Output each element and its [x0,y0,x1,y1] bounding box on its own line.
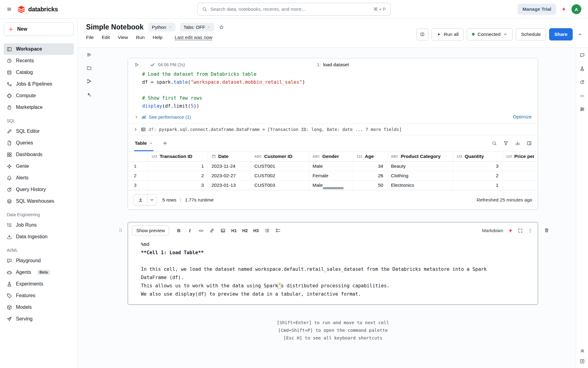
sidebar-item-query-history[interactable]: Query History [4,184,74,195]
h2-button[interactable]: H2 [240,226,250,236]
layout-panes-button[interactable] [416,28,428,40]
sidebar-item-workspace[interactable]: Workspace [4,43,74,55]
chart-cols-button[interactable] [515,141,520,146]
show-preview-button[interactable]: Show preview [132,225,169,236]
collapse-header-button[interactable] [578,32,582,37]
favorite-button[interactable] [219,25,224,30]
flask-button[interactable] [580,66,585,71]
menu-run[interactable]: Run [136,35,145,40]
sidebar-item-jobs-pipelines[interactable]: Jobs & Pipelines [4,78,74,90]
databricks-logo[interactable]: databricks [17,5,58,13]
inline-code-button[interactable]: <> [196,226,206,236]
markdown-editor[interactable]: %md**Cell 1: Load Table** In this cell, … [128,237,538,305]
sidebar-item-catalog[interactable]: Catalog [4,67,74,78]
funnel-button[interactable] [503,141,508,146]
image-button[interactable] [218,226,228,236]
bullet-list-button[interactable] [262,226,272,236]
h3-button[interactable]: H3 [251,226,261,236]
sliders-button[interactable] [580,107,585,112]
assistant-button[interactable] [87,92,92,97]
run-all-button[interactable]: Run all [432,28,464,40]
run-cell-button[interactable] [134,62,139,67]
sidebar-item-genie[interactable]: Genie [4,160,74,172]
chevron-right-icon[interactable] [134,115,138,119]
sidebar-item-serving[interactable]: Serving [4,313,74,325]
cell-menu-button[interactable] [528,228,533,233]
horizontal-scrollbar[interactable] [323,187,344,189]
manage-trial-button[interactable]: Manage Trial [518,4,556,15]
sidebar-item-alerts[interactable]: Alerts [4,172,74,184]
toc-button[interactable] [87,52,92,57]
chevron-right-icon[interactable] [133,127,138,132]
cluster-connect-dropdown[interactable]: Connected [467,28,513,40]
expand-cell-button[interactable] [518,228,523,233]
export-button[interactable] [580,359,585,364]
download-options-button[interactable] [147,194,156,205]
bold-button[interactable]: B [174,226,184,236]
share-button[interactable]: Share [549,28,573,40]
global-search[interactable]: ⌘ + P [197,3,391,16]
download-icon [138,197,143,202]
sidebar-item-sql-editor[interactable]: SQL Editor [4,125,74,137]
schedule-button[interactable]: Schedule [516,28,546,40]
column-header-price-per-unit[interactable]: 123Price per Unit [502,151,538,162]
link-button[interactable] [207,226,217,236]
drag-handle[interactable] [118,228,123,233]
menu-edit[interactable]: Edit [102,35,110,40]
sidebar-item-models[interactable]: Models [4,301,74,313]
cell-mode-label[interactable]: Markdown [482,228,503,233]
sidebar-item-compute[interactable]: Compute [4,90,74,102]
italic-button[interactable]: I [185,226,195,236]
history-button[interactable] [580,80,585,85]
search-button[interactable] [492,141,497,146]
download-button[interactable] [134,194,147,205]
dataframe-result-row[interactable]: df: pyspark.sql.connect.dataframe.DataFr… [128,124,538,135]
sidebar-item-agents[interactable]: AgentsBeta [4,266,74,278]
sidebar-item-experiments[interactable]: Experiments [4,278,74,290]
menu-file[interactable]: File [86,35,94,40]
assistant-button[interactable] [561,7,566,12]
column-header-quantity[interactable]: 123Quantity [453,151,502,162]
sidebar-item-marketplace[interactable]: Marketplace [4,102,74,113]
language-selector[interactable]: Python [148,23,175,32]
add-visualization-button[interactable] [163,141,168,146]
notebook-title[interactable]: Simple Notebook [86,23,144,31]
column-header-transaction-id[interactable]: 123Transaction ID [148,151,208,162]
folder-button[interactable] [87,66,92,71]
sidebar-item-recents[interactable]: Recents [4,55,74,67]
comment-button[interactable] [580,53,585,58]
checklist-button[interactable] [273,226,283,236]
side-panel-button[interactable] [527,141,532,146]
menu-help[interactable]: Help [153,35,162,40]
column-header-product-category[interactable]: ABCProduct Category [387,151,453,162]
hamburger-menu-button[interactable] [7,7,12,12]
see-performance-link[interactable]: See performance (1) [149,114,191,120]
assistant-cell-button[interactable] [508,228,513,233]
sidebar-item-queries[interactable]: Queries [4,137,74,149]
column-header-customer-id[interactable]: ABCCustomer ID [251,151,309,162]
cell-title[interactable]: 1: load dataset [317,62,349,67]
user-avatar[interactable]: A [571,4,581,14]
sidebar-item-features[interactable]: Features [4,290,74,301]
sidebar-item-job-runs[interactable]: Job Runs [4,219,74,231]
sidebar-item-data-ingestion[interactable]: Data Ingestion [4,231,74,243]
code-editor[interactable]: # Load the dataset from Databricks table… [128,68,538,113]
sidebar-item-sql-warehouses[interactable]: SQL Warehouses [4,195,74,207]
optimize-link[interactable]: Optimize [513,114,532,120]
h1-button[interactable]: H1 [229,226,239,236]
delete-cell-button[interactable] [544,228,549,233]
command-button[interactable]: ⌘ [580,348,585,353]
tab-table[interactable]: Table [134,135,153,151]
last-edit-link[interactable]: Last edit was now [175,35,212,40]
search-input[interactable] [210,6,370,12]
sidebar-item-dashboards[interactable]: Dashboards [4,149,74,160]
column-header-gender[interactable]: ABCGender [309,151,353,162]
column-header-date[interactable]: Date [208,151,251,162]
lineage-button[interactable] [87,79,92,84]
new-button[interactable]: New [4,22,74,36]
tabs-toggle[interactable]: Tabs: OFF [180,23,214,32]
braces-button[interactable]: {x} [580,93,585,98]
menu-view[interactable]: View [118,35,128,40]
sidebar-item-playground[interactable]: Playground [4,255,74,266]
column-header-age[interactable]: 123Age [353,151,387,162]
